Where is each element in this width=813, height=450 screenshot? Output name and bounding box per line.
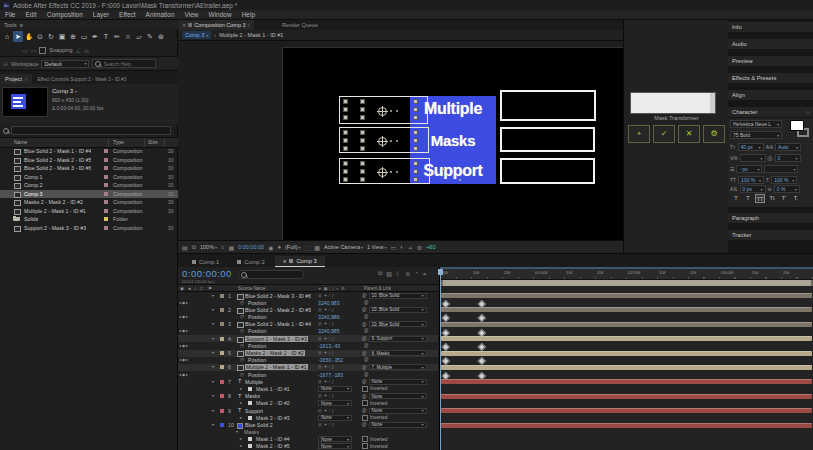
layer-switches[interactable]: ◎✦∕ƒ (318, 336, 336, 341)
mask-vertex[interactable] (360, 107, 365, 112)
layer-switches[interactable]: ◎✦∕ƒ (318, 422, 336, 427)
pickwhip-icon[interactable]: @ (362, 408, 367, 413)
parent-link-select[interactable]: @8. Masks▾ (362, 350, 427, 356)
tab-project[interactable]: Project ≡ (0, 74, 32, 84)
mask-mode-select[interactable]: None▾ (318, 386, 352, 392)
faux-style-3[interactable]: Tt (767, 194, 777, 203)
twirl-icon[interactable]: ▸ (240, 386, 242, 391)
property-row[interactable]: ◂◆▸◷Position-1613,-43@ (178, 342, 438, 349)
parent-dropdown[interactable]: 10. Blue Solid▾ (369, 293, 427, 299)
stopwatch-icon[interactable]: ◷ (240, 357, 244, 362)
pickwhip-icon[interactable]: @ (362, 351, 367, 356)
layer-name[interactable]: Blue Solid 2 - Mask 1 - ID #4 (245, 321, 311, 327)
project-item[interactable]: Comp 1Composition30 (0, 173, 178, 182)
tracking-select[interactable]: 0▾ (775, 154, 801, 162)
project-item[interactable]: Multiple 2 - Mask 1 - ID #1Composition30 (0, 207, 178, 216)
track-row[interactable] (440, 292, 813, 299)
menu-window[interactable]: Window (204, 11, 237, 18)
baseline-shift-select[interactable]: 0 px▾ (740, 185, 766, 193)
track-row[interactable] (440, 342, 813, 349)
project-item[interactable]: Support 2 - Mask 3 - ID #3Composition30 (0, 224, 178, 233)
tab-composition[interactable]: ✕ Composition Comp 3 ≡ (178, 20, 254, 30)
mask-vertex[interactable] (360, 146, 365, 151)
pickwhip-icon[interactable]: @ (362, 336, 367, 341)
kerning-select[interactable]: ▾ (740, 154, 766, 162)
label-color-swatch[interactable] (104, 192, 108, 196)
property-row[interactable]: ◂◆▸◷Position3240,983@ (178, 299, 438, 306)
apply-button[interactable]: ✓ (653, 125, 675, 143)
fast-previews-icon[interactable]: ⚙ (417, 244, 422, 251)
parent-dropdown[interactable]: 10. Blue Solid▾ (369, 321, 427, 327)
layer-color-swatch[interactable] (220, 409, 224, 413)
clone-stamp-tool[interactable]: ⌗ (123, 31, 133, 42)
parent-link-select[interactable]: @7. Multiple▾ (362, 364, 427, 370)
mask-row[interactable]: ▸Mask 2 - ID #2None▾Inverted (178, 400, 438, 407)
menu-animation[interactable]: Animation (141, 11, 180, 18)
project-item[interactable]: Comp 3Composition30 (0, 190, 178, 199)
track-row[interactable] (440, 378, 813, 385)
twirl-icon[interactable]: ▾ (212, 350, 214, 355)
layer-row[interactable]: ▾4Support 2 - Mask 3 - ID #3◎✦∕ƒ@9. Supp… (178, 335, 438, 342)
inverted-toggle[interactable]: Inverted (362, 400, 387, 406)
layer-switches[interactable]: ◎✦∕ƒ (318, 293, 336, 298)
show-channel-icon[interactable]: ● (277, 244, 281, 250)
parent-dropdown[interactable]: None▾ (369, 393, 427, 399)
pickwhip-icon[interactable]: @ (364, 372, 369, 377)
property-name[interactable]: Position (248, 300, 266, 306)
layer-color-swatch[interactable] (220, 423, 224, 427)
comp-info-name[interactable]: Comp 3 ▾ (52, 88, 77, 94)
layer-name[interactable]: Blue Solid 2 - Mask 2 - ID #5 (245, 307, 311, 313)
mask-vertex[interactable] (343, 169, 348, 174)
resolution-select[interactable]: (Full)▾ (285, 244, 301, 250)
leading-select[interactable]: Auto▾ (775, 143, 801, 151)
mask-row[interactable]: ▸Mask 2 - ID #5None▾Inverted (178, 443, 438, 450)
property-name[interactable]: Position (248, 372, 266, 378)
mask-mode-select[interactable]: None▾ (318, 400, 352, 406)
track-row[interactable] (440, 429, 813, 436)
parent-link-column[interactable]: Parent & Link (364, 286, 391, 291)
parent-dropdown[interactable]: 10. Blue Solid▾ (369, 307, 427, 313)
stopwatch-icon[interactable]: ◷ (240, 314, 244, 319)
tsume-select[interactable]: 0 %▾ (774, 185, 800, 193)
panel-header-audio[interactable]: Audio (728, 39, 813, 50)
zoom-tool[interactable]: ⊙ (35, 31, 45, 42)
timeline-search-input[interactable] (249, 272, 301, 278)
layer-row[interactable]: ▾6Multiple 2 - Mask 1 - ID #1◎✦∕ƒ@7. Mul… (178, 364, 438, 371)
layer-color-swatch[interactable] (220, 365, 224, 369)
mask-vertex[interactable] (343, 161, 348, 166)
project-search-input[interactable] (14, 128, 168, 134)
panel-header-preview[interactable]: Preview (728, 56, 813, 67)
layer-switches[interactable]: ◎✦∕ƒ (318, 364, 336, 369)
project-item[interactable]: Masks 2 - Mask 2 - ID #2Composition30 (0, 198, 178, 207)
pen-tool[interactable]: ✒ (90, 31, 100, 42)
label-color-swatch[interactable] (104, 175, 108, 179)
layer-switches[interactable]: ◎✦∕ƒ (318, 408, 336, 413)
pickwhip-icon[interactable]: @ (362, 293, 367, 298)
pickwhip-icon[interactable]: @ (364, 328, 369, 333)
twirl-icon[interactable]: ▾ (212, 364, 214, 369)
layer-switches[interactable]: ◎✦∕ƒ (318, 350, 336, 355)
frame-blending-icon[interactable]: ≋ (405, 270, 410, 277)
fill-swatch[interactable] (790, 120, 804, 131)
panel-header-tracker[interactable]: Tracker (728, 230, 813, 241)
comp-mini-flowchart-icon[interactable]: ⧉ (378, 270, 382, 277)
pickwhip-icon[interactable]: @ (362, 422, 367, 427)
panel-header-character[interactable]: Character≡ (728, 107, 813, 118)
keyframe-navigator[interactable]: ◂◆▸ (179, 372, 189, 377)
layer-name[interactable]: Multiple (245, 379, 263, 385)
anchor-point[interactable] (378, 168, 387, 177)
layer-name[interactable]: Support (245, 408, 263, 414)
layer-color-swatch[interactable] (220, 337, 224, 341)
mask-vertex[interactable] (360, 138, 365, 143)
parent-link-select[interactable]: @10. Blue Solid▾ (362, 321, 427, 327)
label-color-swatch[interactable] (104, 149, 108, 153)
twirl-icon[interactable]: ▸ (240, 400, 242, 405)
layer-duration-bar[interactable] (441, 423, 812, 428)
layer-name[interactable]: Blue Solid 2 (245, 422, 273, 428)
menu-help[interactable]: Help (237, 11, 260, 18)
project-item[interactable]: Blue Solid 2 - Mask 1 - ID #4Composition… (0, 147, 178, 156)
layer-duration-bar[interactable] (441, 408, 812, 413)
track-row[interactable] (440, 306, 813, 313)
mask-vertex[interactable] (360, 177, 365, 182)
camera-tool[interactable]: ▣ (57, 31, 67, 42)
